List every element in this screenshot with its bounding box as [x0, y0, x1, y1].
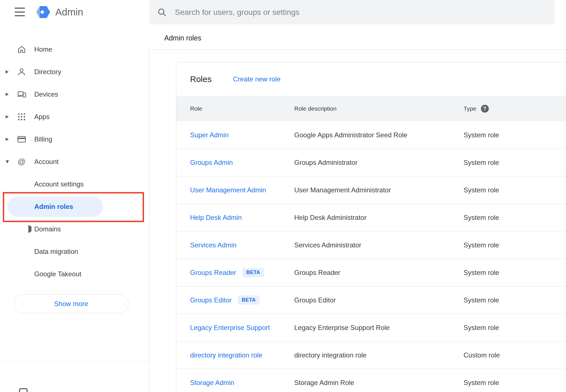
devices-icon [17, 90, 26, 99]
role-cell: Legacy Enterprise Support [190, 324, 294, 332]
admin-brand[interactable]: Admin [35, 4, 83, 20]
search-icon [157, 8, 166, 17]
sidebar-subitem-admin-roles[interactable]: Admin roles [0, 195, 149, 218]
role-type-cell: System role [464, 269, 566, 277]
help-icon[interactable]: ? [481, 105, 489, 113]
sidebar-item-label: Google Takeout [34, 270, 81, 278]
table-row: Groups ReaderBETAGroups ReaderSystem rol… [176, 259, 566, 286]
role-description-cell: Storage Admin Role [294, 379, 464, 387]
chevron-down-icon[interactable] [0, 160, 17, 163]
role-type-cell: System role [464, 131, 566, 139]
chevron-right-icon[interactable] [0, 93, 17, 96]
role-cell: Super Admin [190, 131, 294, 139]
table-row: Groups AdminGroups AdministratorSystem r… [176, 149, 566, 176]
role-description-cell: Google Apps Administrator Seed Role [294, 131, 464, 139]
person-icon [17, 67, 26, 77]
sidebar-item-label: Billing [34, 135, 52, 143]
sidebar-item-apps[interactable]: Apps [0, 106, 149, 128]
role-cell: Services Admin [190, 241, 294, 249]
column-header-type-label: Type [464, 105, 476, 112]
sidebar-item-directory[interactable]: Directory [0, 61, 149, 83]
role-description-cell: Groups Reader [294, 269, 464, 277]
role-description-cell: directory integration role [294, 351, 464, 359]
role-link[interactable]: User Management Admin [190, 186, 266, 194]
role-type-cell: System role [464, 379, 566, 387]
feedback-icon[interactable] [19, 388, 28, 392]
chevron-right-icon[interactable] [0, 70, 17, 74]
at-icon: @ [17, 157, 26, 167]
role-link[interactable]: Super Admin [190, 131, 229, 139]
sidebar-item-label: Home [34, 45, 52, 53]
sidebar-item-account[interactable]: @Account [0, 151, 149, 173]
column-header-role-label: Role [190, 105, 202, 112]
beta-badge: BETA [242, 268, 264, 277]
sidebar-item-billing[interactable]: Billing [0, 128, 149, 151]
app-name: Admin [55, 6, 83, 18]
role-link[interactable]: Services Admin [190, 241, 236, 249]
role-type-cell: Custom role [464, 351, 566, 359]
table-row: Help Desk AdminHelp Desk AdministratorSy… [176, 204, 566, 231]
column-header-description-label: Role description [294, 105, 337, 112]
role-type-cell: System role [464, 241, 566, 249]
roles-card-header: Roles Create new role [176, 62, 566, 96]
sidebar-item-home[interactable]: Home [0, 38, 149, 61]
sidebar-nav: HomeDirectoryDevicesAppsBilling@AccountA… [0, 38, 149, 285]
sidebar-item-label: Admin roles [34, 203, 73, 211]
role-type-cell: System role [464, 324, 566, 332]
table-row: directory integration roledirectory inte… [176, 341, 566, 369]
table-row: Super AdminGoogle Apps Administrator See… [176, 121, 566, 149]
table-row: Legacy Enterprise SupportLegacy Enterpri… [176, 314, 566, 341]
sidebar-item-devices[interactable]: Devices [0, 83, 149, 106]
role-link[interactable]: Groups Admin [190, 159, 233, 167]
column-header-role: Role [190, 105, 294, 112]
sidebar-subitem-domains[interactable]: Domains [0, 218, 149, 240]
sidebar-divider [149, 49, 149, 392]
roles-card: Roles Create new role Role Role descript… [176, 62, 566, 392]
search-input[interactable] [175, 8, 547, 17]
role-cell: Groups Admin [190, 159, 294, 167]
table-row: Groups EditorBETAGroups EditorSystem rol… [176, 286, 566, 314]
column-header-description: Role description [294, 105, 464, 112]
page-title: Admin roles [164, 34, 201, 42]
sidebar-subitem-data-migration[interactable]: Data migration [0, 240, 149, 263]
role-description-cell: Groups Editor [294, 296, 464, 304]
create-new-role-link[interactable]: Create new role [233, 75, 280, 83]
chevron-right-icon[interactable] [0, 138, 17, 141]
role-link[interactable]: directory integration role [190, 351, 262, 359]
chevron-right-icon[interactable] [28, 227, 31, 232]
role-description-cell: Groups Administrator [294, 159, 464, 167]
role-description-cell: Help Desk Administrator [294, 214, 464, 222]
role-cell: Storage Admin [190, 379, 294, 387]
sidebar-item-label: Data migration [34, 248, 78, 256]
role-type-cell: System role [464, 296, 566, 304]
show-more-button[interactable]: Show more [14, 294, 129, 313]
table-row: User Management AdminUser Management Adm… [176, 176, 566, 204]
sidebar-item-label: Domains [34, 225, 61, 233]
role-cell: Groups EditorBETA [190, 295, 294, 305]
role-link[interactable]: Storage Admin [190, 379, 234, 387]
role-cell: directory integration role [190, 351, 294, 359]
search-bar[interactable] [149, 0, 555, 24]
sidebar-item-label: Account settings [34, 180, 84, 188]
role-description-cell: Legacy Enterprise Support Role [294, 324, 464, 332]
home-icon [17, 45, 26, 54]
role-description-cell: Services Administrator [294, 241, 464, 249]
table-header-row: Role Role description Type ? [176, 96, 566, 121]
role-link[interactable]: Groups Editor [190, 296, 232, 304]
role-link[interactable]: Groups Reader [190, 269, 236, 277]
sidebar-subitem-account-settings[interactable]: Account settings [0, 173, 149, 195]
role-link[interactable]: Help Desk Admin [190, 214, 242, 222]
chevron-right-icon[interactable] [0, 115, 17, 118]
apps-icon [17, 112, 26, 122]
role-link[interactable]: Legacy Enterprise Support [190, 324, 270, 332]
role-type-cell: System role [464, 159, 566, 167]
svg-text:@: @ [18, 157, 26, 166]
sidebar-item-label: Directory [34, 68, 61, 76]
role-cell: Groups ReaderBETA [190, 268, 294, 277]
role-cell: Help Desk Admin [190, 214, 294, 222]
sidebar-subitem-google-takeout[interactable]: Google Takeout [0, 263, 149, 285]
role-cell: User Management Admin [190, 186, 294, 194]
role-description-cell: User Management Administrator [294, 186, 464, 194]
beta-badge: BETA [238, 295, 260, 305]
menu-icon[interactable] [15, 8, 25, 16]
